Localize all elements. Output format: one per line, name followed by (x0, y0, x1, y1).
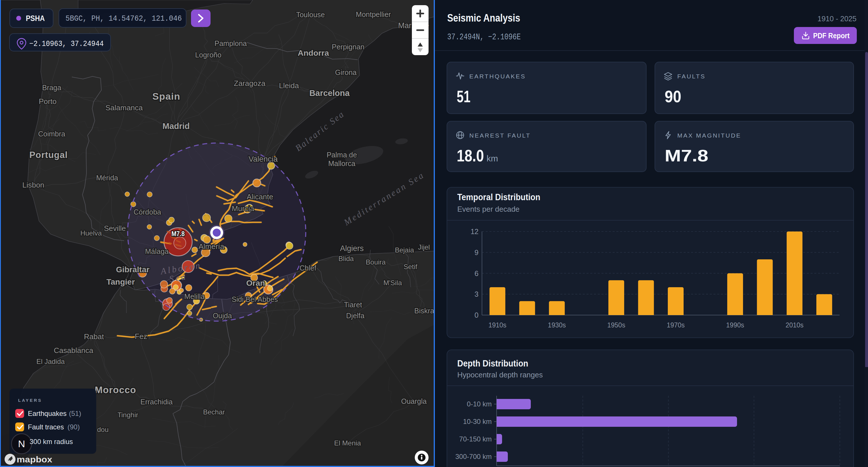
svg-text:10-30 km: 10-30 km (463, 417, 492, 425)
svg-text:1950s: 1950s (607, 321, 625, 329)
svg-text:Seismic Analysis: Seismic Analysis (447, 12, 520, 24)
svg-text:Seville: Seville (104, 224, 126, 232)
svg-text:Huelva: Huelva (81, 229, 102, 237)
svg-text:18.0: 18.0 (457, 146, 484, 165)
svg-text:Bejaia: Bejaia (395, 246, 414, 254)
svg-text:Chlef: Chlef (300, 264, 316, 272)
svg-text:Sidi Bel Abbes: Sidi Bel Abbes (231, 295, 278, 303)
svg-text:Logroño: Logroño (195, 51, 221, 59)
svg-text:−2.10963, 37.24944: −2.10963, 37.24944 (29, 39, 104, 48)
svg-text:Hypocentral depth ranges: Hypocentral depth ranges (457, 371, 543, 379)
svg-text:Tinghir: Tinghir (118, 411, 138, 419)
svg-text:5BGC, PH, 14.54762, 121.046: 5BGC, PH, 14.54762, 121.046 (65, 14, 182, 23)
svg-text:Casablanca: Casablanca (54, 346, 93, 355)
svg-text:Perpignan: Perpignan (332, 43, 365, 51)
svg-text:Melilla: Melilla (184, 292, 205, 301)
svg-text:3: 3 (474, 290, 478, 298)
svg-text:EARTHQUAKES: EARTHQUAKES (469, 73, 526, 80)
svg-text:0: 0 (474, 311, 478, 319)
svg-text:300-700 km: 300-700 km (455, 453, 492, 460)
svg-text:Lisbon: Lisbon (22, 181, 44, 189)
svg-text:Events per decade: Events per decade (457, 205, 520, 213)
svg-text:Oujda: Oujda (213, 312, 232, 320)
svg-text:37.2494N, −2.1096E: 37.2494N, −2.1096E (447, 32, 521, 42)
svg-text:Salamanca: Salamanca (105, 103, 143, 112)
svg-text:Algiers: Algiers (340, 244, 364, 253)
svg-text:Barcelona: Barcelona (309, 89, 350, 98)
svg-text:El Jadida: El Jadida (36, 357, 65, 365)
svg-text:Gibraltar: Gibraltar (116, 265, 150, 274)
svg-text:90: 90 (664, 87, 681, 106)
svg-text:1910s: 1910s (488, 321, 506, 329)
svg-text:FAULTS: FAULTS (677, 73, 706, 80)
svg-text:PDF Report: PDF Report (813, 31, 849, 40)
svg-text:70-150 km: 70-150 km (459, 435, 492, 443)
svg-text:NEAREST FAULT: NEAREST FAULT (469, 132, 531, 139)
svg-text:Tiaret: Tiaret (344, 301, 362, 309)
svg-text:Setif: Setif (404, 263, 417, 271)
svg-text:LAYERS: LAYERS (18, 398, 42, 403)
svg-text:Porto: Porto (39, 97, 57, 106)
svg-text:Zaragoza: Zaragoza (234, 79, 266, 88)
svg-text:Morocco: Morocco (95, 384, 136, 395)
svg-text:1930s: 1930s (548, 321, 566, 329)
svg-text:N: N (18, 438, 25, 449)
svg-text:Mallorca: Mallorca (328, 159, 355, 167)
svg-text:El Menia: El Menia (334, 439, 361, 447)
svg-text:300 km radius: 300 km radius (30, 438, 73, 445)
svg-text:Fez: Fez (135, 332, 147, 341)
svg-text:Valencia: Valencia (248, 155, 278, 163)
svg-text:km: km (487, 154, 498, 163)
svg-text:Bechar: Bechar (203, 408, 225, 416)
svg-text:Rabat: Rabat (84, 332, 104, 341)
svg-text:51: 51 (457, 87, 470, 106)
svg-text:Málaga: Málaga (145, 247, 168, 255)
svg-text:Bouira: Bouira (366, 258, 386, 266)
svg-text:1910 - 2025: 1910 - 2025 (817, 14, 857, 23)
svg-text:M'Sila: M'Sila (383, 279, 402, 287)
svg-text:Djelfa: Djelfa (346, 312, 365, 320)
svg-text:Tangier: Tangier (106, 277, 135, 286)
svg-text:Alicante: Alicante (247, 192, 273, 201)
svg-text:mapbox: mapbox (17, 455, 52, 464)
svg-text:Murcia: Murcia (232, 204, 254, 213)
svg-text:Lleida: Lleida (279, 81, 299, 90)
svg-text:Braga: Braga (42, 84, 61, 92)
svg-text:1990s: 1990s (726, 321, 744, 329)
svg-text:Andorra: Andorra (298, 49, 329, 57)
svg-text:Portugal: Portugal (29, 150, 68, 160)
svg-text:0-10 km: 0-10 km (467, 400, 492, 408)
svg-text:6: 6 (474, 270, 478, 277)
svg-text:Pamplona: Pamplona (215, 39, 247, 48)
svg-text:2010s: 2010s (785, 321, 804, 329)
svg-text:Mérida: Mérida (96, 174, 118, 182)
svg-text:Madrid: Madrid (162, 122, 190, 131)
svg-text:Depth Distribution: Depth Distribution (457, 359, 528, 369)
svg-text:M7.8: M7.8 (664, 146, 708, 165)
svg-text:Palma de: Palma de (327, 151, 357, 159)
svg-text:dou: dou (97, 426, 108, 433)
svg-text:Ouargla: Ouargla (401, 397, 427, 405)
svg-text:Earthquakes: Earthquakes (28, 410, 67, 417)
svg-text:Oran: Oran (246, 279, 265, 287)
svg-text:PSHA: PSHA (26, 14, 45, 23)
svg-text:Temporal Distribution: Temporal Distribution (457, 192, 540, 202)
svg-text:MAX MAGNITUDE: MAX MAGNITUDE (677, 132, 741, 139)
svg-text:Toulouse: Toulouse (296, 11, 325, 19)
svg-text:Montpellier: Montpellier (356, 10, 391, 19)
svg-text:Almería: Almería (198, 242, 224, 251)
svg-text:Jijel: Jijel (418, 243, 430, 251)
svg-text:(90): (90) (67, 423, 80, 431)
svg-text:12: 12 (470, 227, 478, 236)
svg-text:M7.8: M7.8 (172, 230, 185, 238)
svg-text:Fault traces: Fault traces (28, 423, 64, 431)
svg-text:Córdoba: Córdoba (133, 208, 161, 216)
svg-text:(51): (51) (69, 410, 81, 417)
svg-text:9: 9 (474, 248, 478, 256)
svg-text:Biskra: Biskra (414, 307, 434, 315)
svg-text:Errachidia: Errachidia (141, 398, 173, 406)
svg-text:Blida: Blida (338, 255, 354, 262)
svg-text:Girona: Girona (335, 68, 356, 76)
svg-text:1970s: 1970s (666, 321, 685, 329)
svg-text:Coimbra: Coimbra (38, 130, 65, 138)
